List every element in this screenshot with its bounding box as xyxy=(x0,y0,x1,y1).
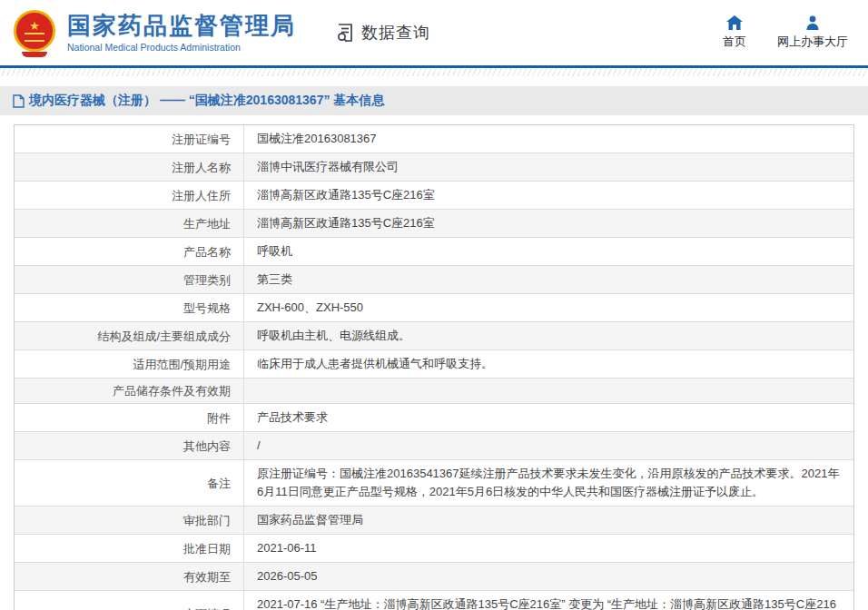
row-label-text: 管理类别 xyxy=(183,272,231,288)
page-title: 境内医疗器械（注册） —— “国械注准20163081367” 基本信息 xyxy=(29,93,384,109)
row-value-text: 国械注准20163081367 xyxy=(257,130,377,148)
row-value xyxy=(244,379,853,403)
row-label: 审批部门 xyxy=(15,507,244,534)
row-value-text: 淄博高新区政通路135号C座216室 xyxy=(257,214,435,232)
row-label: 注册人名称 xyxy=(15,153,244,181)
row-value: 国家药品监督管理局 xyxy=(244,507,853,534)
row-label-text: 附件 xyxy=(207,410,231,426)
row-label-text: 有效期至 xyxy=(183,569,231,585)
table-row: 适用范围/预期用途临床用于成人患者提供机械通气和呼吸支持。 xyxy=(15,350,853,379)
row-label-text: 审批部门 xyxy=(183,513,231,528)
national-emblem-logo: ★ xyxy=(13,9,56,56)
row-value-text: 第三类 xyxy=(257,271,292,289)
row-label: 有效期至 xyxy=(15,563,244,590)
row-label: 批准日期 xyxy=(15,535,244,562)
table-row: 有效期至2026-05-05 xyxy=(15,563,853,591)
row-label: 结构及组成/主要组成成分 xyxy=(15,322,244,349)
row-label-text: 其他内容 xyxy=(183,438,231,454)
row-label: 注册证编号 xyxy=(15,125,244,152)
row-label: 产品名称 xyxy=(15,238,244,265)
table-row: 变更情况2021-07-16 “生产地址：淄博高新区政通路135号C座216室”… xyxy=(15,591,853,610)
table-row: 结构及组成/主要组成成分呼吸机由主机、电源线组成。 xyxy=(15,322,853,350)
row-value-text: 2021-06-11 xyxy=(257,539,317,557)
row-value: / xyxy=(244,432,853,459)
org-name-en: National Medical Products Administration xyxy=(67,42,296,53)
row-label: 产品储存条件及有效期 xyxy=(15,379,244,403)
row-value: 2026-05-05 xyxy=(244,563,853,590)
row-label: 备注 xyxy=(15,460,244,506)
data-query-label: 数据查询 xyxy=(361,22,430,44)
emblem-star-icon: ★ xyxy=(29,20,40,32)
row-value: 淄博高新区政通路135号C座216室 xyxy=(244,210,853,237)
row-label: 其他内容 xyxy=(15,432,244,459)
row-label-text: 变更情况 xyxy=(183,606,231,610)
row-value-text: 2026-05-05 xyxy=(257,567,318,585)
org-name-cn: 国家药品监督管理局 xyxy=(67,13,296,39)
registration-info-table: 注册证编号国械注准20163081367注册人名称淄博中讯医疗器械有限公司注册人… xyxy=(14,124,854,610)
emblem-ribbon xyxy=(22,52,47,57)
row-value: 临床用于成人患者提供机械通气和呼吸支持。 xyxy=(244,350,853,378)
row-value: 淄博中讯医疗器械有限公司 xyxy=(244,153,853,181)
site-header: ★ 国家药品监督管理局 National Medical Products Ad… xyxy=(0,0,868,65)
row-value: 国械注准20163081367 xyxy=(244,125,853,152)
data-query-nav[interactable]: 数据查询 xyxy=(334,22,430,44)
row-label-text: 型号规格 xyxy=(183,300,231,316)
table-row: 附件产品技术要求 xyxy=(15,404,853,432)
table-row: 产品名称呼吸机 xyxy=(15,238,853,266)
row-label: 管理类别 xyxy=(15,266,244,293)
row-label-text: 产品储存条件及有效期 xyxy=(113,383,231,398)
home-icon xyxy=(726,15,743,30)
row-label-text: 结构及组成/主要组成成分 xyxy=(97,329,231,344)
table-row: 管理类别第三类 xyxy=(15,266,853,294)
row-label-text: 注册证编号 xyxy=(172,132,231,147)
row-label: 附件 xyxy=(15,404,244,431)
row-label: 注册人住所 xyxy=(15,182,244,209)
row-label: 适用范围/预期用途 xyxy=(15,350,244,378)
data-query-icon xyxy=(334,22,356,44)
row-value-text: 2021-07-16 “生产地址：淄博高新区政通路135号C座216室” 变更为… xyxy=(257,595,841,610)
row-value-text: ZXH-600、ZXH-550 xyxy=(257,299,363,317)
table-row: 注册人名称淄博中讯医疗器械有限公司 xyxy=(15,153,853,182)
row-value-text: 淄博高新区政通路135号C座216室 xyxy=(257,186,435,204)
person-icon xyxy=(805,15,820,30)
table-row: 注册人住所淄博高新区政通路135号C座216室 xyxy=(15,182,853,210)
row-value-text: 淄博中讯医疗器械有限公司 xyxy=(257,158,399,176)
table-row: 审批部门国家药品监督管理局 xyxy=(15,507,853,535)
table-row: 型号规格ZXH-600、ZXH-550 xyxy=(15,294,853,322)
row-value-text: 国家药品监督管理局 xyxy=(257,511,363,529)
nav-online-hall[interactable]: 网上办事大厅 xyxy=(777,15,848,50)
row-label-text: 产品名称 xyxy=(183,244,231,260)
row-label: 生产地址 xyxy=(15,210,244,237)
nav-home[interactable]: 首页 xyxy=(723,15,746,50)
row-value: 呼吸机 xyxy=(244,238,853,265)
emblem-gate-icon xyxy=(25,33,44,42)
row-label-text: 备注 xyxy=(207,476,231,491)
row-label-text: 批准日期 xyxy=(183,541,231,556)
row-value-text: 临床用于成人患者提供机械通气和呼吸支持。 xyxy=(257,355,493,373)
row-value-text: 呼吸机由主机、电源线组成。 xyxy=(257,327,410,345)
table-row: 产品储存条件及有效期 xyxy=(15,379,853,404)
row-value: 2021-06-11 xyxy=(244,535,853,562)
row-value-text: 呼吸机 xyxy=(257,242,292,261)
row-value-text: 产品技术要求 xyxy=(257,408,328,427)
table-row: 批准日期2021-06-11 xyxy=(15,535,853,563)
row-value-text: / xyxy=(257,437,261,455)
row-label-text: 注册人名称 xyxy=(172,160,231,175)
document-icon xyxy=(13,94,25,108)
row-label: 型号规格 xyxy=(15,294,244,321)
row-label: 变更情况 xyxy=(15,591,244,610)
row-value: ZXH-600、ZXH-550 xyxy=(244,294,853,321)
table-row: 备注原注册证编号：国械注准20163541367延续注册产品技术要求未发生变化，… xyxy=(15,460,853,507)
row-value: 原注册证编号：国械注准20163541367延续注册产品技术要求未发生变化，沿用… xyxy=(244,460,853,506)
row-value: 产品技术要求 xyxy=(244,404,853,431)
table-row: 生产地址淄博高新区政通路135号C座216室 xyxy=(15,210,853,238)
stripe-decoration xyxy=(0,68,868,76)
row-value: 呼吸机由主机、电源线组成。 xyxy=(244,322,853,349)
table-row: 注册证编号国械注准20163081367 xyxy=(15,125,853,153)
table-row: 其他内容/ xyxy=(15,432,853,460)
row-value: 淄博高新区政通路135号C座216室 xyxy=(244,182,853,209)
org-title-block: 国家药品监督管理局 National Medical Products Admi… xyxy=(67,13,296,53)
row-label-text: 生产地址 xyxy=(183,216,231,231)
header-nav: 首页 网上办事大厅 xyxy=(723,15,848,50)
row-value: 2021-07-16 “生产地址：淄博高新区政通路135号C座216室” 变更为… xyxy=(244,591,853,610)
